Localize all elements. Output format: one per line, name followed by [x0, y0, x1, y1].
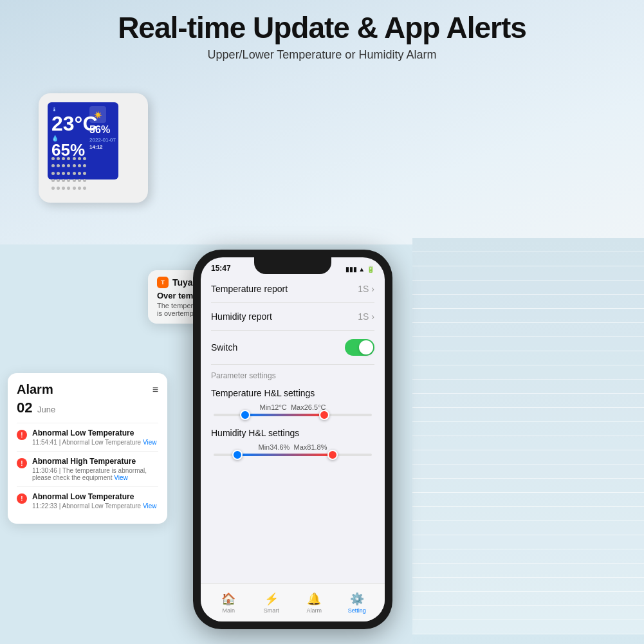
- alarm-item-title-2: Abnormal Low Temperature: [32, 492, 158, 501]
- blind-slat: [412, 295, 644, 309]
- speaker-dot: [73, 164, 76, 167]
- hum-hl-settings: Humidity H&L settings Min34.6% Max81.8%: [211, 423, 374, 463]
- alarm-item-desc-2: 11:22:33 | Abnormal Low Temperature View: [32, 502, 158, 510]
- temp-slider-thumb-right[interactable]: [319, 410, 329, 420]
- device-body: 🌡 23°C 💧 65% ☀️ 56% 2022-01-07 14:12: [39, 93, 148, 203]
- tab-setting-label: Setting: [348, 607, 366, 614]
- device-date: 2022-01-07: [89, 137, 116, 143]
- speaker-dot: [83, 157, 86, 160]
- speaker-dot: [57, 157, 60, 160]
- alarm-item-content-1: Abnormal High Temperature 11:30:46 | The…: [32, 457, 158, 481]
- speaker-dot: [51, 179, 55, 182]
- alarm-panel: Alarm ≡ 02 June ! Abnormal Low Temperatu…: [8, 373, 167, 524]
- hum-slider-thumb-left[interactable]: [232, 450, 243, 460]
- speaker-dot: [67, 164, 70, 167]
- speaker-dot: [73, 157, 76, 160]
- speaker-dot: [78, 164, 81, 167]
- phone-screen: 15:47 ▮▮▮ ▲ 🔋 Temperature report 1S › Hu…: [201, 257, 385, 621]
- alarm-view-link-1[interactable]: View: [114, 474, 128, 481]
- speaker-dot: [51, 157, 55, 160]
- temp-slider-container[interactable]: Min12°C Max26.5°C: [211, 401, 374, 423]
- tab-main-icon: 🏠: [221, 592, 235, 606]
- phone-notch: [254, 257, 331, 274]
- speaker-dot: [51, 187, 55, 190]
- alarm-item-title-0: Abnormal Low Temperature: [32, 428, 158, 437]
- alarm-panel-header: Alarm ≡: [17, 382, 158, 397]
- speaker-dot: [51, 172, 55, 175]
- speaker-dot: [57, 179, 60, 182]
- blind-slat: [412, 394, 644, 408]
- speaker-dot: [62, 187, 65, 190]
- tab-alarm-icon: 🔔: [307, 592, 321, 606]
- blind-slat: [412, 507, 644, 521]
- phone-frame: 15:47 ▮▮▮ ▲ 🔋 Temperature report 1S › Hu…: [193, 250, 392, 629]
- blind-slat: [412, 309, 644, 323]
- hum-slider-thumb-right[interactable]: [327, 450, 338, 460]
- blind-slat: [412, 238, 644, 252]
- speaker-dot: [67, 157, 70, 160]
- blind-slat: [412, 479, 644, 493]
- speaker-dot: [83, 164, 86, 167]
- blind-slat: [412, 351, 644, 365]
- alarm-date-day: 02: [17, 400, 32, 416]
- tab-alarm-label: Alarm: [306, 607, 322, 614]
- speaker-dot: [51, 164, 55, 167]
- speaker-grid: [51, 157, 87, 192]
- notification-app-name: T Tuya: [157, 277, 193, 288]
- param-settings-label: Parameter settings: [211, 365, 374, 383]
- hum-slider-fill: [237, 454, 333, 456]
- switch-row[interactable]: Switch: [211, 331, 374, 365]
- alarm-filter-icon[interactable]: ≡: [152, 384, 158, 396]
- speaker-dot: [73, 179, 76, 182]
- blind-slat: [412, 365, 644, 380]
- blind-slat: [412, 281, 644, 295]
- humidity-report-label: Humidity report: [211, 311, 272, 322]
- alarm-title: Alarm: [17, 382, 53, 397]
- phone-tabbar: 🏠 Main ⚡ Smart 🔔 Alarm ⚙️ Setting: [201, 583, 385, 621]
- sun-icon: ☀️: [89, 106, 106, 123]
- speaker-dot: [83, 179, 86, 182]
- status-icons: ▮▮▮ ▲ 🔋: [345, 266, 374, 273]
- tab-alarm[interactable]: 🔔 Alarm: [293, 592, 336, 614]
- temp-report-value: 1S ›: [358, 284, 374, 294]
- blind-slat: [412, 535, 644, 549]
- temp-slider-track[interactable]: [214, 414, 372, 416]
- alarm-item-title-1: Abnormal High Temperature: [32, 457, 158, 466]
- speaker-dot: [78, 187, 81, 190]
- temp-report-row[interactable]: Temperature report 1S ›: [211, 275, 374, 303]
- temp-min-label: Min12°C: [260, 403, 287, 411]
- hum-hl-label: Humidity H&L settings: [211, 423, 374, 441]
- tab-setting[interactable]: ⚙️ Setting: [336, 592, 379, 614]
- blind-slat: [412, 422, 644, 436]
- alarm-item-content-0: Abnormal Low Temperature 11:54:41 | Abno…: [32, 428, 158, 446]
- speaker-dot: [62, 172, 65, 175]
- tab-smart-icon: ⚡: [264, 592, 279, 606]
- switch-toggle[interactable]: [345, 339, 374, 356]
- hum-slider-container[interactable]: Min34.6% Max81.8%: [211, 441, 374, 463]
- tab-main[interactable]: 🏠 Main: [207, 592, 250, 614]
- blind-slat: [412, 252, 644, 266]
- speaker-dot: [57, 187, 60, 190]
- temp-slider-thumb-left[interactable]: [240, 410, 250, 420]
- blind-slat: [412, 337, 644, 351]
- speaker-dot: [83, 172, 86, 175]
- phone-container: 15:47 ▮▮▮ ▲ 🔋 Temperature report 1S › Hu…: [193, 250, 399, 636]
- tab-smart[interactable]: ⚡ Smart: [250, 592, 293, 614]
- humidity-report-row[interactable]: Humidity report 1S ›: [211, 303, 374, 331]
- temp-report-label: Temperature report: [211, 284, 288, 294]
- background-window: [412, 238, 644, 644]
- alarm-view-link-2[interactable]: View: [143, 502, 157, 510]
- alarm-item-1: ! Abnormal High Temperature 11:30:46 | T…: [17, 451, 158, 486]
- speaker-dot: [67, 179, 70, 182]
- alarm-item-desc-0: 11:54:41 | Abnormal Low Temperature View: [32, 439, 158, 446]
- speaker-dot: [57, 164, 60, 167]
- speaker-dot: [57, 172, 60, 175]
- hum-slider-track[interactable]: [214, 454, 372, 456]
- alarm-item-desc-1: 11:30:46 | The temperature is abnormal, …: [32, 467, 158, 481]
- blind-slat: [412, 450, 644, 465]
- alarm-view-link-0[interactable]: View: [143, 439, 157, 446]
- blind-slat: [412, 549, 644, 564]
- tab-main-label: Main: [222, 607, 235, 614]
- speaker-dot: [62, 179, 65, 182]
- speaker-dot: [67, 187, 70, 190]
